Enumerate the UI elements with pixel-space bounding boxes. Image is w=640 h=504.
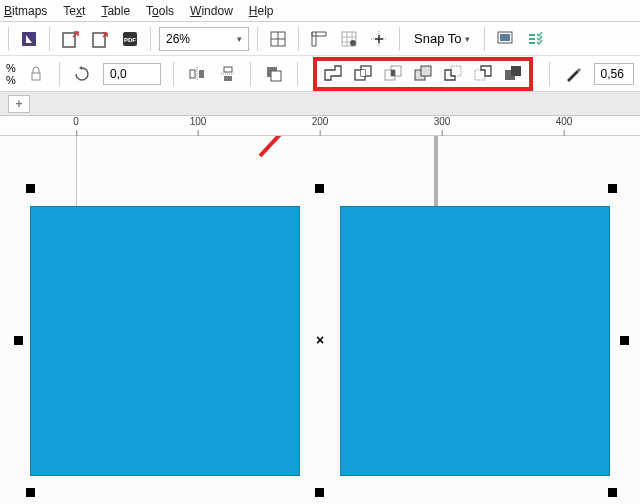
options-icon-2[interactable] bbox=[523, 27, 547, 51]
separator bbox=[298, 27, 299, 51]
svg-rect-24 bbox=[421, 66, 431, 76]
snap-to-dropdown[interactable]: Snap To ▾ bbox=[408, 27, 476, 51]
zoom-value: 26% bbox=[166, 32, 190, 46]
selection-handle[interactable] bbox=[14, 336, 23, 345]
chevron-down-icon: ▾ bbox=[465, 34, 470, 44]
svg-rect-2 bbox=[93, 33, 105, 47]
annotation-arrow bbox=[250, 136, 350, 176]
separator bbox=[49, 27, 50, 51]
selection-handle[interactable] bbox=[608, 488, 617, 497]
rulers-icon[interactable] bbox=[307, 27, 331, 51]
separator bbox=[173, 62, 174, 86]
ruler-tick: 300 bbox=[434, 116, 451, 127]
full-screen-icon[interactable] bbox=[266, 27, 290, 51]
menu-bitmaps[interactable]: BBitmapsitmaps bbox=[4, 4, 47, 18]
separator bbox=[150, 27, 151, 51]
selection-handle[interactable] bbox=[620, 336, 629, 345]
svg-rect-10 bbox=[32, 73, 40, 80]
boundary-button[interactable] bbox=[501, 62, 525, 86]
front-minus-back-button[interactable] bbox=[441, 62, 465, 86]
menu-window[interactable]: Window bbox=[190, 4, 233, 18]
separator bbox=[250, 62, 251, 86]
snap-label: Snap To bbox=[414, 31, 461, 46]
zoom-select[interactable]: 26% ▾ bbox=[159, 27, 249, 51]
selection-handle[interactable] bbox=[315, 184, 324, 193]
ruler-tick: 0 bbox=[73, 116, 79, 127]
order-icon[interactable] bbox=[263, 62, 284, 86]
svg-text:PDF: PDF bbox=[124, 37, 136, 43]
guidelines-icon[interactable] bbox=[367, 27, 391, 51]
svg-line-29 bbox=[260, 136, 325, 156]
mirror-v-icon[interactable] bbox=[217, 62, 238, 86]
weld-button[interactable] bbox=[321, 62, 345, 86]
pct-label: % bbox=[6, 62, 16, 74]
scale-percent: % % bbox=[6, 62, 16, 86]
svg-point-7 bbox=[350, 40, 356, 46]
svg-rect-26 bbox=[475, 70, 485, 80]
rotate-icon[interactable] bbox=[72, 62, 93, 86]
svg-rect-22 bbox=[391, 70, 395, 76]
import-icon[interactable] bbox=[58, 27, 82, 51]
svg-rect-11 bbox=[190, 70, 195, 78]
selection-center-mark: × bbox=[316, 332, 324, 348]
separator bbox=[8, 27, 9, 51]
chevron-down-icon: ▾ bbox=[237, 34, 242, 44]
separator bbox=[549, 62, 550, 86]
pct-label: % bbox=[6, 74, 16, 86]
menu-text[interactable]: Text bbox=[63, 4, 85, 18]
trim-button[interactable] bbox=[351, 62, 375, 86]
separator bbox=[399, 27, 400, 51]
shaping-tools-highlight bbox=[313, 57, 533, 91]
svg-rect-25 bbox=[451, 66, 461, 76]
separator bbox=[484, 27, 485, 51]
property-bar: % % 0,0 bbox=[0, 56, 640, 92]
toolbar-main: PDF 26% ▾ Snap To ▾ bbox=[0, 22, 640, 56]
svg-rect-12 bbox=[199, 70, 204, 78]
mirror-h-icon[interactable] bbox=[186, 62, 207, 86]
outline-pen-icon[interactable] bbox=[562, 62, 583, 86]
svg-rect-14 bbox=[224, 76, 232, 81]
rotation-value: 0,0 bbox=[110, 67, 127, 81]
ruler-tick: 200 bbox=[312, 116, 329, 127]
add-tab-button[interactable]: + bbox=[8, 95, 30, 113]
simplify-button[interactable] bbox=[411, 62, 435, 86]
rotation-input[interactable]: 0,0 bbox=[103, 63, 161, 85]
selection-handle[interactable] bbox=[26, 488, 35, 497]
selection-handle[interactable] bbox=[608, 184, 617, 193]
lock-ratio-icon[interactable] bbox=[26, 62, 47, 86]
ruler-tick: 100 bbox=[190, 116, 207, 127]
export-icon[interactable] bbox=[88, 27, 112, 51]
selection-handle[interactable] bbox=[26, 184, 35, 193]
canvas-area[interactable]: × bbox=[0, 136, 640, 504]
horizontal-ruler[interactable]: 0 100 200 300 400 bbox=[0, 116, 640, 136]
vertical-guide[interactable] bbox=[76, 136, 77, 206]
publish-icon[interactable] bbox=[17, 27, 41, 51]
ruler-tick: 400 bbox=[556, 116, 573, 127]
separator bbox=[297, 62, 298, 86]
svg-rect-9 bbox=[500, 34, 510, 41]
outline-value: 0,56 bbox=[601, 67, 624, 81]
rectangle-object[interactable] bbox=[340, 206, 610, 476]
options-icon-1[interactable] bbox=[493, 27, 517, 51]
back-minus-front-button[interactable] bbox=[471, 62, 495, 86]
menu-table[interactable]: Table bbox=[101, 4, 130, 18]
svg-rect-1 bbox=[63, 33, 75, 47]
selection-handle[interactable] bbox=[315, 488, 324, 497]
vertical-guide[interactable] bbox=[434, 136, 438, 206]
outline-width-input[interactable]: 0,56 bbox=[594, 63, 634, 85]
menu-help[interactable]: Help bbox=[249, 4, 274, 18]
rectangle-object[interactable] bbox=[30, 206, 300, 476]
menu-tools[interactable]: Tools bbox=[146, 4, 174, 18]
svg-rect-13 bbox=[224, 67, 232, 72]
intersect-button[interactable] bbox=[381, 62, 405, 86]
svg-rect-28 bbox=[511, 66, 521, 76]
svg-rect-19 bbox=[361, 70, 365, 76]
svg-rect-16 bbox=[271, 71, 281, 81]
grid-icon[interactable] bbox=[337, 27, 361, 51]
separator bbox=[59, 62, 60, 86]
plus-icon: + bbox=[15, 97, 22, 111]
document-tab-bar: + bbox=[0, 92, 640, 116]
menubar: BBitmapsitmaps Text Table Tools Window H… bbox=[0, 0, 640, 22]
pdf-icon[interactable]: PDF bbox=[118, 27, 142, 51]
separator bbox=[257, 27, 258, 51]
